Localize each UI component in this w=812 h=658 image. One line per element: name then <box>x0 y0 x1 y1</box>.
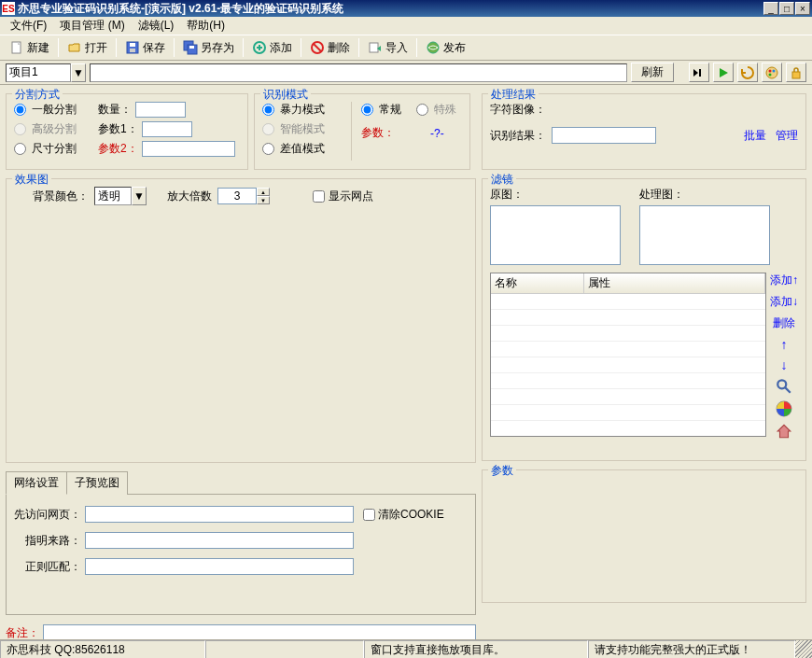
table-row[interactable] <box>491 310 765 326</box>
tab-preview[interactable]: 子预览图 <box>66 471 128 495</box>
mode-regular-radio[interactable] <box>361 104 373 116</box>
mode-violent-label: 暴力模式 <box>280 102 325 118</box>
menu-help[interactable]: 帮助(H) <box>180 16 231 35</box>
filter-add-up[interactable]: 添加↑ <box>770 273 798 288</box>
maximize-button[interactable]: □ <box>779 2 794 15</box>
tabs: 网络设置 子预览图 先访问网页： 清除COOKIE 指明来路： 正则 <box>6 470 476 615</box>
svg-point-17 <box>777 380 786 388</box>
p2-input[interactable] <box>142 141 235 157</box>
bgcolor-input[interactable] <box>94 187 132 205</box>
menu-project[interactable]: 项目管理 (M) <box>53 16 131 35</box>
play-button[interactable] <box>713 63 734 82</box>
table-row[interactable] <box>491 389 765 405</box>
result-legend: 处理结果 <box>488 87 539 103</box>
clear-cookie-checkbox[interactable] <box>363 509 375 521</box>
mode-legend: 识别模式 <box>260 87 311 103</box>
magnify-icon[interactable] <box>776 378 792 395</box>
qty-input[interactable] <box>135 102 186 118</box>
menu-filter[interactable]: 滤镜(L) <box>132 16 181 35</box>
grid-label: 显示网点 <box>329 189 373 204</box>
svg-rect-11 <box>699 69 701 77</box>
table-row[interactable] <box>491 373 765 389</box>
table-row[interactable] <box>491 357 765 373</box>
split-size-radio[interactable] <box>14 143 26 155</box>
goto-end-button[interactable] <box>689 63 709 82</box>
tab-network[interactable]: 网络设置 <box>6 471 67 495</box>
p1-input[interactable] <box>142 121 192 137</box>
manage-link[interactable]: 管理 <box>776 128 798 144</box>
spinner-up-icon[interactable]: ▲ <box>257 188 270 196</box>
project-path-input[interactable] <box>90 63 627 82</box>
toolbar: 新建 打开 保存 另存为 添加 删除 导入 发布 <box>0 35 812 61</box>
recycle-button[interactable] <box>737 63 758 82</box>
reco-input[interactable] <box>552 127 656 144</box>
zoom-input[interactable] <box>217 188 257 204</box>
delete-label: 删除 <box>328 40 350 56</box>
table-row[interactable] <box>491 405 765 421</box>
minimize-button[interactable]: _ <box>763 2 778 15</box>
open-button[interactable]: 打开 <box>62 38 113 58</box>
color-wheel-icon[interactable] <box>776 400 792 417</box>
chevron-down-icon[interactable]: ▼ <box>71 63 86 82</box>
add-button[interactable]: 添加 <box>246 38 298 58</box>
filter-delete[interactable]: 删除 <box>773 315 795 331</box>
mode-groupbox: 识别模式 暴力模式 智能模式 差值模式 常规 特殊 <box>254 93 470 170</box>
palette-button[interactable] <box>762 63 782 82</box>
referer-input[interactable] <box>85 532 354 549</box>
bgcolor-combo[interactable]: ▼ <box>94 187 147 205</box>
grid-checkbox-wrap[interactable]: 显示网点 <box>313 189 373 204</box>
filter-move-down[interactable]: ↓ <box>781 357 788 372</box>
lock-button[interactable] <box>786 63 806 82</box>
filter-move-up[interactable]: ↑ <box>781 337 788 352</box>
filter-add-down[interactable]: 添加↓ <box>770 294 798 310</box>
chevron-down-icon[interactable]: ▼ <box>132 187 147 205</box>
open-icon <box>67 40 82 55</box>
effect-legend: 效果图 <box>12 172 51 188</box>
url-input[interactable] <box>85 506 354 523</box>
status-support: 请支持功能完整强大的正式版！ <box>588 640 795 658</box>
zoom-label: 放大倍数 <box>167 189 212 204</box>
menu-file[interactable]: 文件(F) <box>4 16 53 35</box>
split-normal-radio[interactable] <box>14 104 26 116</box>
close-button[interactable]: × <box>795 2 810 15</box>
proc-image-box <box>639 205 770 265</box>
zoom-spinner[interactable]: ▲ ▼ <box>217 188 270 204</box>
grid-checkbox[interactable] <box>313 190 325 203</box>
col-name[interactable]: 名称 <box>491 273 584 293</box>
svg-point-15 <box>769 73 772 76</box>
resize-grip[interactable] <box>795 640 812 658</box>
new-button[interactable]: 新建 <box>4 38 55 58</box>
add-label: 添加 <box>270 40 292 56</box>
regex-input[interactable] <box>85 558 354 575</box>
saveas-button[interactable]: 另存为 <box>177 38 240 58</box>
table-row[interactable] <box>491 342 765 357</box>
mode-violent-radio[interactable] <box>262 104 274 116</box>
save-label: 保存 <box>143 40 165 56</box>
mode-diff-label: 差值模式 <box>280 141 325 157</box>
param-legend: 参数 <box>488 463 516 479</box>
filter-groupbox: 滤镜 原图： 处理图： 名称 属性 <box>482 178 806 461</box>
project-combo[interactable]: ▼ <box>6 63 86 82</box>
filter-table[interactable]: 名称 属性 <box>490 273 766 437</box>
reco-label: 识别结果： <box>490 128 546 144</box>
title-bar: ES 亦思专业验证码识别系统-[演示版] v2.61-最专业的验证码识别系统 _… <box>0 0 812 17</box>
mode-diff-radio[interactable] <box>262 143 274 155</box>
table-row[interactable] <box>491 326 765 342</box>
publish-label: 发布 <box>443 40 466 56</box>
proc-label: 处理图： <box>639 187 770 203</box>
remark-label: 备注： <box>6 625 39 641</box>
save-button[interactable]: 保存 <box>119 38 171 58</box>
delete-button[interactable]: 删除 <box>304 38 356 58</box>
project-combo-input[interactable] <box>6 63 71 82</box>
regex-label: 正则匹配： <box>14 559 81 575</box>
refresh-button[interactable]: 刷新 <box>631 63 674 82</box>
batch-link[interactable]: 批量 <box>744 128 766 144</box>
publish-button[interactable]: 发布 <box>420 38 471 58</box>
spinner-down-icon[interactable]: ▼ <box>257 196 270 204</box>
col-attr[interactable]: 属性 <box>584 273 765 293</box>
home-icon[interactable] <box>776 423 792 440</box>
mode-special-radio[interactable] <box>416 104 428 116</box>
import-button[interactable]: 导入 <box>362 38 413 58</box>
table-row[interactable] <box>491 294 765 310</box>
clear-cookie-wrap[interactable]: 清除COOKIE <box>363 507 444 523</box>
